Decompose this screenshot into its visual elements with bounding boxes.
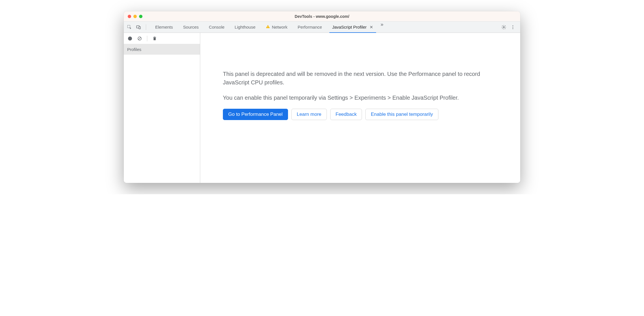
feedback-button[interactable]: Feedback (330, 109, 362, 120)
tab-network[interactable]: Network (261, 22, 293, 33)
device-toolbar-icon[interactable] (135, 23, 142, 31)
tab-label: Elements (155, 25, 173, 29)
tab-performance[interactable]: Performance (293, 22, 327, 33)
svg-rect-13 (154, 37, 155, 37)
more-tabs-icon[interactable]: » (378, 22, 386, 33)
tab-elements[interactable]: Elements (150, 22, 178, 33)
button-row: Go to Performance Panel Learn more Feedb… (223, 109, 498, 120)
traffic-lights (124, 15, 142, 18)
delete-button[interactable] (151, 35, 159, 42)
maximize-window-button[interactable] (139, 15, 142, 18)
learn-more-button[interactable]: Learn more (291, 109, 327, 120)
tabbar: Elements Sources Console Lighthouse Netw… (124, 22, 520, 33)
tab-label: JavaScript Profiler (332, 25, 367, 29)
devtools-window: DevTools - www.google.com/ Elements (124, 11, 520, 183)
tabs: Elements Sources Console Lighthouse Netw… (150, 22, 386, 33)
deprecation-message: This panel is deprecated and will be rem… (223, 70, 498, 102)
warning-icon (266, 24, 270, 30)
tab-console[interactable]: Console (204, 22, 230, 33)
deprecation-paragraph-2: You can enable this panel temporarily vi… (223, 93, 498, 102)
svg-point-6 (513, 25, 513, 26)
sidebar-toolbar (124, 33, 200, 44)
main-panel: This panel is deprecated and will be rem… (200, 33, 520, 183)
svg-rect-12 (153, 37, 156, 37)
svg-rect-11 (153, 38, 156, 40)
close-window-button[interactable] (128, 15, 131, 18)
svg-rect-2 (139, 26, 140, 29)
svg-line-10 (138, 37, 141, 40)
record-button[interactable] (126, 35, 134, 42)
titlebar: DevTools - www.google.com/ (124, 11, 520, 22)
content: Profiles This panel is deprecated and wi… (124, 33, 520, 183)
divider (147, 36, 147, 41)
svg-point-8 (513, 28, 513, 29)
tab-label: Network (272, 25, 287, 29)
tab-javascript-profiler[interactable]: JavaScript Profiler ✕ (327, 22, 378, 33)
tab-lighthouse[interactable]: Lighthouse (230, 22, 261, 33)
tab-label: Performance (298, 25, 322, 29)
inspect-element-icon[interactable] (125, 23, 133, 31)
go-to-performance-button[interactable]: Go to Performance Panel (223, 109, 288, 120)
settings-icon[interactable] (500, 23, 508, 31)
tabbar-left (125, 23, 148, 31)
svg-rect-3 (268, 26, 268, 27)
svg-point-5 (503, 26, 505, 28)
svg-rect-4 (268, 27, 268, 28)
tab-label: Sources (183, 25, 199, 29)
divider (146, 24, 146, 30)
record-icon (128, 37, 132, 40)
sidebar: Profiles (124, 33, 200, 183)
profiles-header[interactable]: Profiles (124, 44, 200, 55)
tab-label: Lighthouse (235, 25, 255, 29)
tab-label: Console (209, 25, 225, 29)
close-tab-icon[interactable]: ✕ (370, 25, 373, 30)
more-menu-icon[interactable] (509, 23, 517, 31)
clear-button[interactable] (136, 35, 144, 42)
deprecation-paragraph-1: This panel is deprecated and will be rem… (223, 70, 498, 87)
enable-temporarily-button[interactable]: Enable this panel temporarily (365, 109, 438, 120)
window-title: DevTools - www.google.com/ (124, 14, 520, 19)
tabbar-right (500, 23, 519, 31)
minimize-window-button[interactable] (133, 15, 137, 18)
tab-sources[interactable]: Sources (178, 22, 204, 33)
svg-point-7 (513, 27, 513, 27)
